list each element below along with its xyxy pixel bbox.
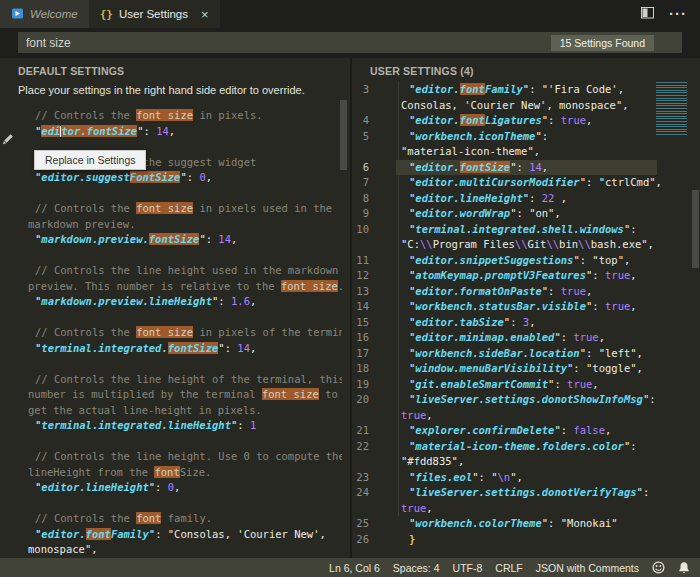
code-line[interactable]: 23"files.eol": "\n", (352, 470, 700, 486)
code-line[interactable] (28, 434, 342, 450)
line-number: 26 (352, 532, 369, 548)
code-line[interactable] (28, 356, 342, 372)
code-line[interactable]: 24"liveServer.settings.donotVerifyTags": (352, 485, 700, 501)
code-line[interactable]: 3"editor.fontFamily": "'Fira Code', (352, 82, 700, 98)
code-line[interactable]: // Controls the font size in pixels. (28, 108, 342, 124)
code-text: "liveServer.settings.donotShowInfoMsg": (401, 392, 656, 408)
code-line[interactable] (28, 496, 342, 512)
code-line[interactable]: true, (352, 408, 700, 424)
code-line[interactable]: "editor.fontFamily": "Consolas, 'Courier… (28, 527, 342, 543)
code-text: "editor.multiCursorModifier": "ctrlCmd", (401, 175, 662, 191)
more-actions-icon[interactable]: ··· (669, 9, 687, 19)
code-text: "editor.fontFamily": "'Fira Code', (401, 82, 624, 98)
code-text: "files.eol": "\n", (401, 470, 523, 486)
code-text: true, (401, 408, 433, 424)
line-number: 19 (352, 377, 369, 393)
code-line[interactable]: "markdown.preview.lineHeight": 1.6, (28, 294, 342, 310)
code-line[interactable]: 26} (352, 532, 700, 548)
code-line[interactable]: 10"terminal.integrated.shell.windows": (352, 222, 700, 238)
code-line[interactable]: 9"editor.wordWrap": "on", (352, 206, 700, 222)
status-cursor-position[interactable]: Ln 6, Col 6 (329, 562, 380, 574)
replace-in-settings-popup[interactable]: Replace in Settings (34, 150, 146, 170)
code-line[interactable]: // Controls the line height used in the … (28, 263, 342, 279)
code-text: true, (401, 501, 433, 517)
status-eol[interactable]: CRLF (495, 562, 522, 574)
code-line[interactable]: 18"window.menuBarVisibility": "toggle", (352, 361, 700, 377)
line-number: 15 (352, 315, 369, 331)
minimap[interactable] (656, 82, 687, 136)
code-line[interactable]: 15"editor.tabSize": 3, (352, 315, 700, 331)
default-settings-header: DEFAULT SETTINGS (18, 65, 124, 77)
code-line[interactable]: 11"editor.snippetSuggestions": "top", (352, 253, 700, 269)
tab-welcome[interactable]: Welcome (0, 0, 89, 28)
code-line[interactable]: monospace", (28, 542, 342, 558)
default-settings-panel: DEFAULT SETTINGS Place your settings in … (0, 58, 352, 558)
feedback-smiley-icon[interactable] (652, 561, 665, 574)
tab-user-settings[interactable]: {} User Settings × (89, 0, 220, 28)
code-line[interactable]: // Controls the font size in pixels of t… (28, 325, 342, 341)
split-editor-icon[interactable] (641, 5, 654, 23)
code-text: "editor.wordWrap": "on", (401, 206, 561, 222)
code-line[interactable]: 20"liveServer.settings.donotShowInfoMsg"… (352, 392, 700, 408)
code-text: "workbench.statusBar.visible": true, (401, 299, 637, 315)
code-line[interactable]: lineHeight from the fontSize. (28, 465, 342, 481)
code-line[interactable]: 13"editor.formatOnPaste": true, (352, 284, 700, 300)
code-line[interactable] (28, 310, 342, 326)
code-line[interactable] (28, 248, 342, 264)
code-text: "editor.fontSize": 14, (401, 160, 548, 176)
code-line[interactable]: 16"editor.minimap.enabled": true, (352, 330, 700, 346)
code-line[interactable]: "editor.fontSize": 14, (28, 124, 342, 140)
code-line[interactable]: 8"editor.lineHeight": 22 , (352, 191, 700, 207)
code-line[interactable] (28, 186, 342, 202)
code-line[interactable]: number is multiplied by the terminal fon… (28, 387, 342, 403)
code-line[interactable]: 14"workbench.statusBar.visible": true, (352, 299, 700, 315)
right-scrollbar-thumb[interactable] (692, 190, 699, 268)
line-number: 16 (352, 330, 369, 346)
code-line[interactable]: // Controls the font family. (28, 511, 342, 527)
editor-tab-bar: Welcome {} User Settings × ··· (0, 0, 700, 28)
edit-pencil-icon[interactable] (2, 131, 15, 144)
status-indentation[interactable]: Spaces: 4 (393, 562, 440, 574)
line-number: 14 (352, 299, 369, 315)
user-settings-code: 3"editor.fontFamily": "'Fira Code',Conso… (352, 82, 700, 558)
code-line[interactable]: "editor.lineHeight": 0, (28, 480, 342, 496)
code-line[interactable]: 19"git.enableSmartCommit": true, (352, 377, 700, 393)
code-line[interactable]: Consolas, 'Courier New', monospace", (352, 98, 700, 114)
left-scrollbar-thumb[interactable] (340, 100, 347, 170)
code-line[interactable]: true, (352, 501, 700, 517)
code-line[interactable]: 6"editor.fontSize": 14, (352, 160, 700, 176)
code-text: "workbench.iconTheme": (401, 129, 548, 145)
code-line[interactable]: get the actual line-height in pixels. (28, 403, 342, 419)
code-line[interactable]: 7"editor.multiCursorModifier": "ctrlCmd"… (352, 175, 700, 191)
code-line[interactable]: 5"workbench.iconTheme": (352, 129, 700, 145)
code-line[interactable]: "C:\\Program Files\\Git\\bin\\bash.exe", (352, 237, 700, 253)
notifications-bell-icon[interactable] (678, 561, 690, 574)
code-line[interactable]: preview. This number is relative to the … (28, 279, 342, 295)
code-line[interactable]: // Controls the font size in pixels used… (28, 201, 342, 217)
line-number: 11 (352, 253, 369, 269)
code-line[interactable]: 12"atomKeymap.promptV3Features": true, (352, 268, 700, 284)
code-line[interactable]: "terminal.integrated.lineHeight": 1 (28, 418, 342, 434)
code-line[interactable]: "editor.suggestFontSize": 0, (28, 170, 342, 186)
line-number: 25 (352, 516, 369, 532)
code-line[interactable]: markdown preview. (28, 217, 342, 233)
line-number: 7 (352, 175, 369, 191)
status-encoding[interactable]: UTF-8 (453, 562, 483, 574)
code-text: "terminal.integrated.shell.windows": (401, 222, 637, 238)
code-line[interactable]: // Controls the line height of the termi… (28, 372, 342, 388)
code-text: "material-icon-theme", (401, 144, 540, 160)
code-line[interactable]: // Controls the line height. Use 0 to co… (28, 449, 342, 465)
code-line[interactable]: 22"material-icon-theme.folders.color": (352, 439, 700, 455)
code-line[interactable]: 21"explorer.confirmDelete": false, (352, 423, 700, 439)
line-number: 5 (352, 129, 369, 145)
code-line[interactable]: "#fdd835", (352, 454, 700, 470)
code-line[interactable]: 25"workbench.colorTheme": "Monokai" (352, 516, 700, 532)
status-language[interactable]: JSON with Comments (536, 562, 639, 574)
code-line[interactable]: "material-icon-theme", (352, 144, 700, 160)
code-line[interactable]: 17"workbench.sideBar.location": "left", (352, 346, 700, 362)
code-line[interactable]: "terminal.integrated.fontSize": 14, (28, 341, 342, 357)
code-line[interactable]: 4"editor.fontLigatures": true, (352, 113, 700, 129)
close-icon[interactable]: × (201, 8, 209, 21)
code-line[interactable]: "markdown.preview.fontSize": 14, (28, 232, 342, 248)
line-number: 20 (352, 392, 369, 408)
